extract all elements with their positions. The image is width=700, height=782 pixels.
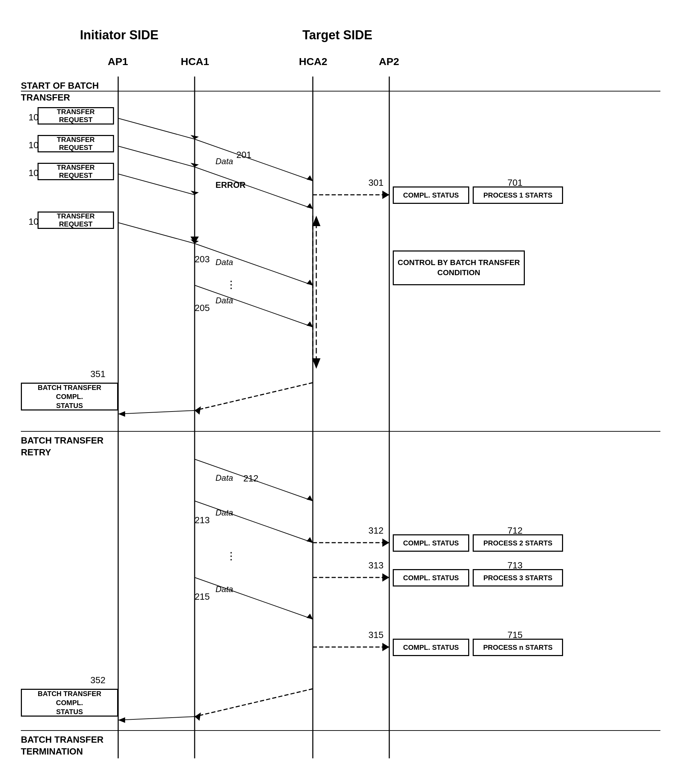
processn-box: PROCESS n STARTS [473,639,563,656]
dots2: ⋮ [226,550,236,562]
svg-line-21 [195,285,313,327]
diagram-container: Initiator SIDE Target SIDE AP1 HCA1 HCA2… [0,0,700,782]
num-203: 203 [195,254,210,265]
tr101-box: TRANSFER REQUEST [38,107,114,125]
num-351: 351 [90,369,105,379]
svg-marker-22 [307,321,313,327]
svg-line-32 [195,501,313,543]
svg-marker-35 [307,614,313,619]
svg-marker-41 [382,643,389,651]
svg-line-7 [118,118,195,139]
svg-line-42 [195,689,313,717]
compl-312-box: COMPL. STATUS [393,534,469,552]
num-301: 301 [368,177,383,188]
svg-line-28 [118,411,195,414]
num-205: 205 [195,302,210,313]
num-313: 313 [368,560,383,571]
data12-label: Data [215,473,233,483]
svg-marker-29 [118,411,125,417]
svg-line-13 [118,223,195,244]
data15-label: Data [215,585,233,594]
num-312: 312 [368,525,383,536]
hca2-label: HCA2 [299,56,327,67]
batch-compl-352-box: BATCH TRANSFER COMPL.STATUS [21,689,118,717]
num-213: 213 [195,515,210,526]
hca1-label: HCA1 [181,56,209,67]
tr102-box: TRANSFER REQUEST [38,135,114,152]
svg-line-11 [118,174,195,195]
svg-marker-20 [307,280,313,285]
num-352: 352 [90,675,105,686]
batch-compl-351-text: BATCH TRANSFER COMPL.STATUS [25,383,114,410]
num-215: 215 [195,592,210,602]
compl-313-box: COMPL. STATUS [393,569,469,586]
svg-line-19 [195,244,313,285]
svg-marker-39 [382,573,389,581]
batch-termination-label: BATCH TRANSFERTERMINATION [21,734,103,758]
tr103-box: TRANSFER REQUEST [38,163,114,180]
data3-label: Data [215,257,233,267]
tr105-box: TRANSFER REQUEST [38,212,114,229]
svg-line-44 [118,717,195,720]
num-212: 212 [243,473,258,484]
svg-marker-27 [195,406,201,414]
control-text: CONTROL BY BATCH TRANSFERCONDITION [398,258,520,277]
svg-marker-18 [307,203,313,209]
initiator-side-label: Initiator SIDE [80,28,158,42]
svg-marker-47 [312,216,320,226]
start-batch-label: START OF BATCHTRANSFER [21,80,99,104]
svg-marker-48 [312,358,320,369]
dots1: ⋮ [226,278,236,291]
svg-line-15 [195,139,313,181]
batch-compl-352-text: BATCH TRANSFER COMPL.STATUS [25,689,114,716]
svg-marker-24 [382,190,389,199]
svg-line-17 [195,167,313,209]
process1-box: PROCESS 1 STARTS [473,186,563,204]
svg-marker-37 [382,538,389,547]
compl-301-box: COMPL. STATUS [393,186,469,204]
data1-label: Data [215,157,233,166]
num-315: 315 [368,630,383,640]
svg-line-9 [118,146,195,167]
control-box: CONTROL BY BATCH TRANSFERCONDITION [393,251,525,285]
process3-box: PROCESS 3 STARTS [473,569,563,586]
compl-315-box: COMPL. STATUS [393,639,469,656]
data5-label: Data [215,296,233,306]
svg-marker-33 [307,537,313,543]
data13-label: Data [215,508,233,518]
error-label: ERROR [215,180,246,190]
ap1-label: AP1 [108,56,128,67]
svg-marker-43 [195,712,201,721]
process2-box: PROCESS 2 STARTS [473,534,563,552]
svg-line-34 [195,577,313,619]
svg-marker-16 [307,175,313,181]
svg-marker-45 [118,717,125,723]
batch-compl-351-box: BATCH TRANSFER COMPL.STATUS [21,383,118,411]
svg-marker-31 [307,495,313,501]
target-side-label: Target SIDE [302,28,372,42]
ap2-label: AP2 [379,56,399,67]
svg-line-26 [195,383,313,411]
batch-retry-label: BATCH TRANSFERRETRY [21,435,103,458]
num-201: 201 [236,150,251,160]
